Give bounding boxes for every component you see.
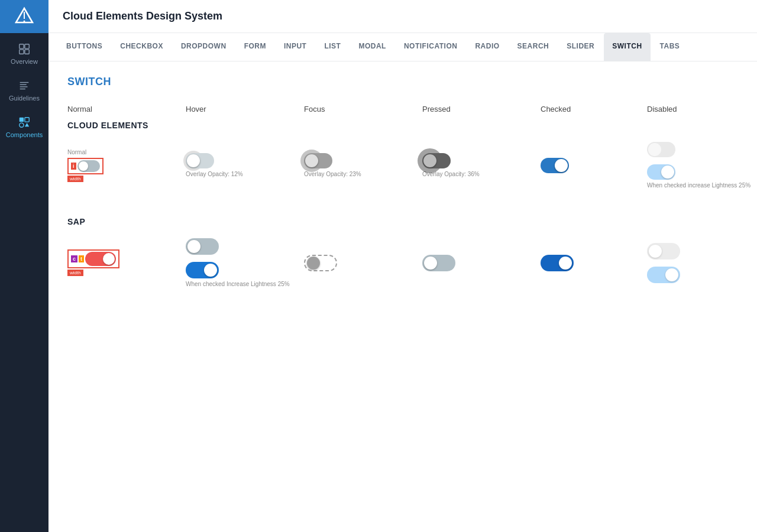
ce-disabled-track: [647, 142, 675, 157]
sidebar-item-guidelines[interactable]: Guidelines: [0, 72, 48, 109]
header-disabled: Disabled: [647, 102, 753, 116]
sap-pressed-cell: [422, 250, 541, 276]
sap-normal-box: c t: [67, 249, 119, 268]
sidebar-item-overview-label: Overview: [11, 58, 38, 65]
tab-search[interactable]: SEARCH: [509, 33, 558, 61]
sap-disabled-cell: [647, 238, 753, 288]
tab-slider[interactable]: SLIDER: [558, 33, 603, 61]
ce-hover-thumb: [187, 154, 200, 167]
ce-disabled-checked-group: When checked increase Lightness 25%: [647, 164, 750, 189]
sap-hover-note: When checked Increase Lightness 25%: [186, 281, 290, 287]
header-pressed: Pressed: [422, 102, 541, 116]
sap-n-c-indicator: c: [71, 255, 77, 262]
sidebar-item-components[interactable]: Components: [0, 109, 48, 145]
svg-rect-4: [25, 44, 29, 48]
sap-focus-track[interactable]: [304, 255, 337, 271]
sap-pressed-track[interactable]: [422, 255, 455, 271]
tab-tabs[interactable]: TABS: [652, 33, 688, 61]
svg-rect-11: [20, 118, 24, 122]
ce-normal-container: i width: [67, 158, 103, 182]
sap-hover-group: When checked Increase Lightness 25%: [186, 238, 290, 287]
ce-pressed-cell: Overlay Opacity: 36%: [422, 148, 541, 182]
sap-disabled-thumb: [649, 245, 662, 258]
ce-disabled-note: When checked increase Lightness 25%: [647, 182, 750, 189]
header-focus: Focus: [304, 102, 422, 116]
ce-hover-cell: Overlay Opacity: 12%: [186, 148, 304, 182]
sidebar: Overview Guidelines Components: [0, 0, 48, 532]
ce-focus-thumb: [305, 154, 318, 167]
tab-modal[interactable]: MODAL: [350, 33, 394, 61]
ce-normal-track[interactable]: [77, 160, 100, 172]
svg-point-13: [20, 123, 24, 127]
sap-section-title: SAP: [67, 217, 738, 226]
ce-checked-thumb: [555, 159, 568, 172]
ce-switch-row: Normal i width: [67, 137, 738, 193]
sap-n-t-indicator: t: [79, 255, 84, 262]
sap-focus-cell: [304, 250, 422, 276]
sap-disabled-track: [647, 243, 680, 259]
tab-buttons[interactable]: BUTTONS: [58, 33, 111, 61]
ce-normal-label: Normal: [67, 149, 86, 155]
sap-normal-track[interactable]: [85, 252, 116, 266]
svg-rect-6: [25, 50, 29, 54]
tab-list[interactable]: LIST: [316, 33, 349, 61]
sap-hover-checked-group: When checked Increase Lightness 25%: [186, 262, 290, 287]
sidebar-item-guidelines-label: Guidelines: [9, 95, 40, 102]
sap-hover-cell: When checked Increase Lightness 25%: [186, 233, 304, 292]
tab-form[interactable]: FORM: [236, 33, 274, 61]
ce-normal-badge: width: [67, 176, 83, 182]
svg-rect-12: [25, 118, 29, 122]
ce-focus-wrapper: [304, 153, 332, 168]
tab-radio[interactable]: RADIO: [467, 33, 507, 61]
main-wrapper: Cloud Elements Design System BUTTONS CHE…: [48, 0, 757, 532]
ce-focus-track[interactable]: [304, 153, 332, 168]
nav-tabs: BUTTONS CHECKBOX DROPDOWN FORM INPUT LIS…: [48, 33, 757, 61]
content: SWITCH Normal Hover Focus Pressed Checke…: [48, 61, 757, 532]
sap-normal-cell: c t width: [67, 245, 186, 281]
ce-checked-track[interactable]: [541, 158, 569, 173]
sap-focus-thumb: [307, 257, 320, 270]
sap-normal-badge: width: [67, 270, 83, 276]
content-inner: SWITCH Normal Hover Focus Pressed Checke…: [48, 61, 757, 532]
sap-normal-thumb: [103, 253, 115, 265]
ce-hover-wrapper: [186, 153, 214, 168]
app-title: Cloud Elements Design System: [63, 10, 222, 22]
ce-section-title: CLOUD ELEMENTS: [67, 121, 738, 130]
ce-hover-track[interactable]: [186, 153, 214, 168]
state-headers: Normal Hover Focus Pressed Checked Disab…: [67, 102, 738, 116]
cloud-elements-section: CLOUD ELEMENTS Normal i width: [67, 121, 738, 193]
tab-notification[interactable]: NOTIFICATION: [396, 33, 465, 61]
ce-normal-box: i: [67, 158, 103, 174]
sap-hover-unchecked-thumb: [187, 240, 200, 253]
ce-disabled-checked-thumb: [661, 166, 674, 179]
sap-hover-checked-thumb: [204, 264, 217, 277]
sap-checked-track[interactable]: [541, 255, 574, 271]
ce-pressed-thumb: [423, 154, 436, 167]
ce-n-indicator: i: [71, 163, 76, 170]
app-logo[interactable]: [0, 0, 48, 33]
sap-checked-cell: [541, 250, 647, 276]
tab-checkbox[interactable]: CHECKBOX: [112, 33, 172, 61]
ce-disabled-cell: When checked increase Lightness 25%: [647, 137, 753, 193]
sap-switch-row: c t width: [67, 233, 738, 292]
ce-normal-thumb: [79, 161, 88, 171]
ce-checked-cell: [541, 153, 647, 178]
tab-input[interactable]: INPUT: [276, 33, 315, 61]
ce-pressed-track[interactable]: [422, 153, 451, 168]
sap-disabled-checked-thumb: [665, 268, 678, 281]
sidebar-item-overview[interactable]: Overview: [0, 35, 48, 72]
header-normal: Normal: [67, 102, 186, 116]
svg-point-2: [24, 21, 25, 22]
svg-marker-14: [25, 123, 29, 126]
tab-switch[interactable]: SWITCH: [604, 33, 650, 61]
ce-disabled-checked-track: [647, 164, 675, 180]
svg-rect-3: [20, 44, 24, 48]
sidebar-nav: Overview Guidelines Components: [0, 33, 48, 145]
header-hover: Hover: [186, 102, 304, 116]
tab-dropdown[interactable]: DROPDOWN: [173, 33, 235, 61]
sap-section: SAP c t width: [67, 217, 738, 292]
sap-hover-unchecked-track[interactable]: [186, 238, 219, 255]
sap-hover-checked-track[interactable]: [186, 262, 219, 278]
ce-normal-cell: Normal i width: [67, 144, 186, 187]
sap-checked-thumb: [559, 257, 572, 270]
